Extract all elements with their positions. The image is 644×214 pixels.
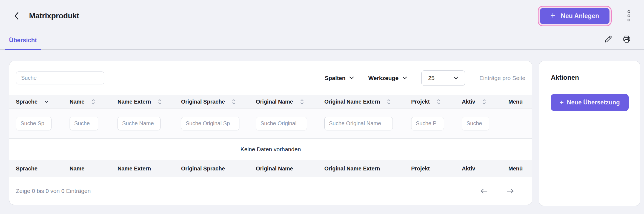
footer-col-projekt: Projekt xyxy=(405,160,455,177)
page-header: Matrixprodukt + Neu Anlegen xyxy=(0,0,644,30)
columns-dropdown-button[interactable]: Spalten xyxy=(325,75,354,81)
chevron-down-icon xyxy=(402,76,407,79)
sort-up-down-icon xyxy=(387,99,391,105)
table-header-row: Sprache Name Name Extern Original Sprach… xyxy=(9,95,532,109)
kebab-menu-button[interactable] xyxy=(626,9,632,23)
kebab-dot-icon xyxy=(628,15,630,17)
footer-col-aktiv: Aktiv xyxy=(455,160,502,177)
arrow-right-icon xyxy=(506,188,514,194)
print-button[interactable] xyxy=(622,34,632,44)
filter-input-name[interactable] xyxy=(70,117,98,130)
column-header-original-name-extern[interactable]: Original Name Extern xyxy=(318,95,405,108)
sort-up-down-icon xyxy=(300,99,304,105)
footer-col-menue: Menü xyxy=(502,160,533,177)
search-input[interactable] xyxy=(16,72,104,84)
filter-input-original-name[interactable] xyxy=(256,117,307,130)
next-page-button[interactable] xyxy=(505,187,516,195)
actions-panel-title: Aktionen xyxy=(551,74,628,81)
chevron-left-icon xyxy=(14,12,19,20)
table-card: Spalten Werkzeuge 25 E xyxy=(9,61,532,205)
back-button[interactable] xyxy=(12,10,21,22)
column-header-name-extern[interactable]: Name Extern xyxy=(111,95,174,108)
column-header-aktiv[interactable]: Aktiv xyxy=(455,95,502,108)
table-filter-row xyxy=(9,109,532,139)
toolbar-right: Spalten Werkzeuge 25 E xyxy=(325,70,525,86)
content-area: Spalten Werkzeuge 25 E xyxy=(0,50,644,206)
new-button-highlight-ring: + Neu Anlegen xyxy=(538,6,612,26)
filter-input-original-sprache[interactable] xyxy=(181,117,239,130)
footer-col-original-name-extern: Original Name Extern xyxy=(318,160,405,177)
kebab-dot-icon xyxy=(628,19,630,21)
column-header-projekt[interactable]: Projekt xyxy=(405,95,455,108)
sort-up-down-icon xyxy=(437,99,440,105)
sort-up-down-icon xyxy=(158,99,162,105)
filter-input-name-extern[interactable] xyxy=(118,117,161,130)
neue-uebersetzung-button[interactable]: + Neue Übersetzung xyxy=(551,94,629,111)
table-toolbar: Spalten Werkzeuge 25 E xyxy=(9,61,532,95)
tools-dropdown-button[interactable]: Werkzeuge xyxy=(368,75,407,81)
previous-page-button[interactable] xyxy=(479,187,489,195)
kebab-dot-icon xyxy=(628,10,630,13)
sort-up-down-icon xyxy=(232,99,236,105)
sort-up-down-icon xyxy=(482,99,486,105)
pencil-icon xyxy=(603,35,613,44)
column-header-sprache[interactable]: Sprache xyxy=(9,95,63,108)
neu-anlegen-button[interactable]: + Neu Anlegen xyxy=(540,8,609,24)
pagination-bar: Zeige 0 bis 0 von 0 Einträgen xyxy=(9,177,532,205)
chevron-down-icon xyxy=(454,76,458,79)
footer-col-original-sprache: Original Sprache xyxy=(174,160,249,177)
edit-button[interactable] xyxy=(603,34,613,44)
filter-input-sprache[interactable] xyxy=(16,117,51,130)
neu-anlegen-label: Neu Anlegen xyxy=(561,12,599,20)
tab-bar: Übersicht xyxy=(0,30,644,50)
column-header-original-name[interactable]: Original Name xyxy=(249,95,318,108)
footer-col-original-name: Original Name xyxy=(249,160,318,177)
entries-summary: Zeige 0 bis 0 von 0 Einträgen xyxy=(16,188,91,194)
actions-panel: Aktionen + Neue Übersetzung xyxy=(539,61,640,206)
header-actions: + Neu Anlegen xyxy=(538,6,632,26)
table-footer-row: Sprache Name Name Extern Original Sprach… xyxy=(9,160,532,177)
footer-col-sprache: Sprache xyxy=(9,160,63,177)
filter-cell-menue xyxy=(502,109,533,138)
column-header-name[interactable]: Name xyxy=(63,95,111,108)
tab-uebersicht[interactable]: Übersicht xyxy=(5,30,41,50)
page-title: Matrixprodukt xyxy=(29,12,79,20)
empty-state-text: Keine Daten vorhanden xyxy=(9,139,532,160)
printer-icon xyxy=(622,35,631,44)
column-header-original-sprache[interactable]: Original Sprache xyxy=(174,95,249,108)
neue-uebersetzung-label: Neue Übersetzung xyxy=(567,99,620,106)
sort-up-down-icon xyxy=(91,99,95,105)
filter-input-aktiv[interactable] xyxy=(462,117,489,130)
pagination-arrows xyxy=(479,187,516,195)
footer-col-name: Name xyxy=(63,160,111,177)
plus-icon: + xyxy=(550,11,555,20)
filter-input-projekt[interactable] xyxy=(411,117,444,130)
plus-icon: + xyxy=(560,99,563,106)
tab-bar-icons xyxy=(603,34,632,44)
chevron-down-icon xyxy=(45,101,48,103)
filter-input-original-name-extern[interactable] xyxy=(324,117,393,130)
footer-col-name-extern: Name Extern xyxy=(111,160,174,177)
arrow-left-icon xyxy=(480,188,488,194)
column-header-menue: Menü xyxy=(502,95,533,108)
page-size-select[interactable]: 25 xyxy=(421,70,465,86)
chevron-down-icon xyxy=(349,76,354,79)
page-size-label: Einträge pro Seite xyxy=(479,75,525,81)
